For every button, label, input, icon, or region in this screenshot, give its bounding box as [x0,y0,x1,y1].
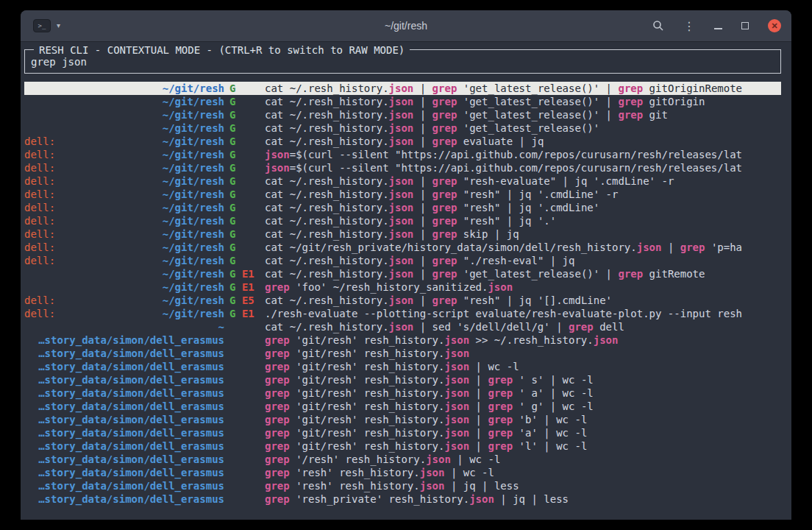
history-row[interactable]: …story_data/simon/dell_erasmusgrep 'git/… [24,386,781,400]
close-button[interactable]: ✕ [768,19,781,32]
history-row[interactable]: dell:~/git/reshGjson=$(curl --silent "ht… [24,161,781,174]
history-row[interactable]: dell:~/git/reshGcat ~/.resh_history.json… [24,254,781,267]
history-row[interactable]: …story_data/simon/dell_erasmusgrep 'git/… [24,400,781,413]
command-text: cat ~/.resh_history.json | grep 'get_lat… [265,121,781,135]
flags-cell: G [224,82,265,95]
host-path-cell: dell:~/git/resh [24,188,224,201]
query-match: grep [432,294,457,306]
host-label: dell: [24,227,55,241]
chevron-down-icon: ▾ [57,22,60,29]
query-match: json [444,347,469,359]
history-row[interactable]: …story_data/simon/dell_erasmusgrep 'git/… [24,360,781,373]
history-row[interactable]: …story_data/simon/dell_erasmusgrep 'git/… [24,347,781,360]
menu-icon[interactable]: ⋮ [683,19,695,33]
restore-button[interactable] [741,22,749,29]
history-row[interactable]: …story_data/simon/dell_erasmusgrep 'git/… [24,426,781,439]
history-row[interactable]: …story_data/simon/dell_erasmusgrep 'resh… [24,479,781,492]
exit-status-flag: E1 [242,268,254,280]
directory-label: …story_data/simon/dell_erasmus [38,400,224,413]
host-label: dell: [24,148,55,161]
flags-cell [224,492,265,506]
flags-cell: G [224,108,265,121]
flags-cell [224,466,265,479]
history-row[interactable]: …story_data/simon/dell_erasmusgrep 'git/… [24,413,781,426]
terminal-profile-button[interactable]: >_ ▾ [31,17,63,35]
history-row[interactable]: dell:~/git/reshGjson=$(curl --silent "ht… [24,148,781,161]
query-match: grep [618,268,643,280]
terminal-window: >_ ▾ ~/git/resh ⋮ ✕ RESH CLI - CONTEXTUA… [21,10,791,520]
query-match: grep [432,202,457,213]
history-row[interactable]: dell:~/git/reshGcat ~/.resh_history.json… [24,188,781,201]
flags-cell: G E1 [224,280,265,294]
host-path-cell: dell:~/git/resh [24,227,224,241]
history-row[interactable]: dell:~/git/reshGcat ~/.resh_history.json… [24,201,781,214]
host-path-cell: …story_data/simon/dell_erasmus [24,479,224,492]
query-match: grep [265,427,290,439]
history-row[interactable]: …story_data/simon/dell_erasmusgrep 'git/… [24,333,781,347]
flags-cell [224,413,265,426]
host-path-cell: dell:~/git/resh [24,294,224,307]
git-flag: G [229,162,235,174]
query-match: grep [265,493,290,505]
terminal-app-icon: >_ [33,19,51,32]
history-row[interactable]: dell:~/git/reshG E5cat ~/.resh_history.j… [24,294,781,307]
host-path-cell: …story_data/simon/dell_erasmus [24,400,224,413]
history-row[interactable]: ~/git/reshG E1cat ~/.resh_history.json |… [24,267,781,280]
command-text: cat ~/.resh_history.json | grep 'get_lat… [265,108,781,121]
history-row[interactable]: ~/git/reshGcat ~/.resh_history.json | gr… [24,82,781,95]
history-row[interactable]: dell:~/git/reshGcat ~/.resh_history.json… [24,174,781,188]
host-path-cell: ~/git/resh [24,267,224,280]
history-row[interactable]: ~/git/reshGcat ~/.resh_history.json | gr… [24,108,781,121]
command-text: grep 'git/resh' resh_history.json >> ~/.… [265,333,781,347]
query-match: grep [618,96,643,107]
history-row[interactable]: ~cat ~/.resh_history.json | sed 's/dell/… [24,320,781,333]
flags-cell: G [224,161,265,174]
command-text: cat ~/.resh_history.json | grep skip | j… [265,227,781,241]
search-icon[interactable] [652,20,664,32]
host-path-cell: …story_data/simon/dell_erasmus [24,360,224,373]
flags-cell [224,386,265,400]
directory-label: ~/git/resh [163,188,224,201]
query-match: json [637,241,662,253]
titlebar[interactable]: >_ ▾ ~/git/resh ⋮ ✕ [21,10,791,42]
history-row[interactable]: ~/git/reshG E1grep 'foo' ~/resh_history_… [24,280,781,294]
git-flag: G [229,268,235,280]
command-text: grep 'git/resh' resh_history.json | grep… [265,413,781,426]
directory-label: ~/git/resh [163,267,224,280]
command-text: cat ~/.resh_history.json | grep "resh" |… [265,201,781,214]
git-flag: G [229,241,235,253]
minimize-button[interactable] [714,22,722,29]
query-match: json [420,480,445,492]
query-match: grep [265,347,290,359]
query-match: json [389,82,414,94]
command-text: cat ~/.resh_history.json | grep 'get_lat… [265,82,781,95]
history-row[interactable]: dell:~/git/reshGcat ~/git/resh_private/h… [24,241,781,254]
git-flag: G [229,188,235,200]
query-match: grep [265,480,290,492]
history-row[interactable]: …story_data/simon/dell_erasmusgrep 'resh… [24,492,781,506]
history-row[interactable]: …story_data/simon/dell_erasmusgrep '/res… [24,453,781,466]
directory-label: ~/git/resh [163,121,224,135]
flags-cell: G [224,148,265,161]
query-match: json [389,202,414,213]
history-row[interactable]: …story_data/simon/dell_erasmusgrep 'resh… [24,466,781,479]
history-row[interactable]: dell:~/git/reshGcat ~/.resh_history.json… [24,227,781,241]
directory-label: …story_data/simon/dell_erasmus [38,386,224,400]
history-row[interactable]: dell:~/git/reshGcat ~/.resh_history.json… [24,135,781,148]
history-row[interactable]: dell:~/git/reshG E1./resh-evaluate --plo… [24,307,781,320]
git-flag: G [229,308,235,319]
flags-cell [224,439,265,453]
directory-label: ~/git/resh [163,241,224,254]
history-row[interactable]: ~/git/reshGcat ~/.resh_history.json | gr… [24,121,781,135]
command-text: grep 'git/resh' resh_history.json | grep… [265,400,781,413]
history-row[interactable]: …story_data/simon/dell_erasmusgrep 'git/… [24,373,781,386]
history-row[interactable]: ~/git/reshGcat ~/.resh_history.json | gr… [24,95,781,108]
directory-label: …story_data/simon/dell_erasmus [38,439,224,453]
host-path-cell: …story_data/simon/dell_erasmus [24,426,224,439]
history-row[interactable]: …story_data/simon/dell_erasmusgrep 'git/… [24,439,781,453]
query-match: grep [488,400,513,412]
query-match: json [389,268,414,280]
history-row[interactable]: dell:~/git/reshGcat ~/.resh_history.json… [24,214,781,227]
flags-cell: G [224,214,265,227]
git-flag: G [229,228,235,240]
